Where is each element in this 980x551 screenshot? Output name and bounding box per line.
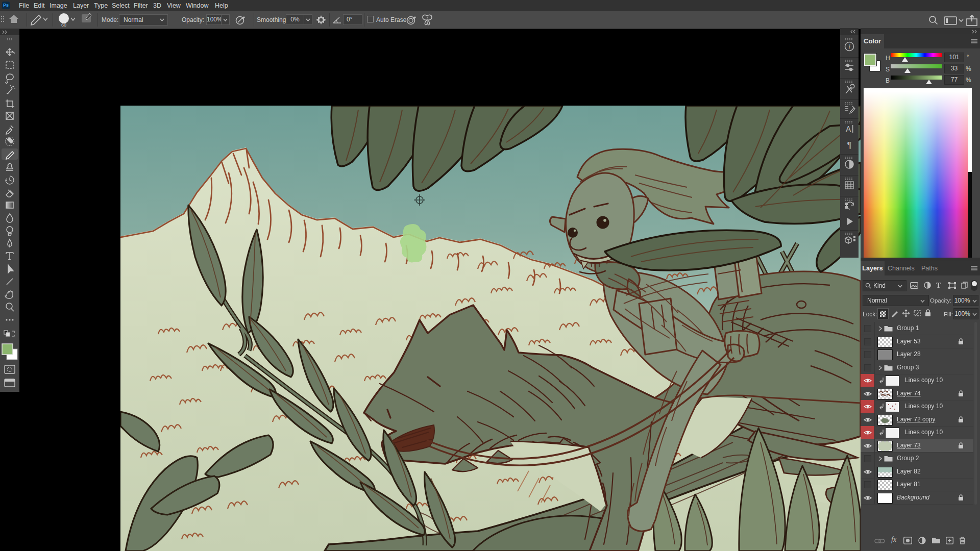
svg-text:A: A xyxy=(846,125,851,134)
svg-text:60: 60 xyxy=(61,22,66,28)
svg-text:i: i xyxy=(849,43,850,51)
svg-text:¶: ¶ xyxy=(847,140,851,150)
